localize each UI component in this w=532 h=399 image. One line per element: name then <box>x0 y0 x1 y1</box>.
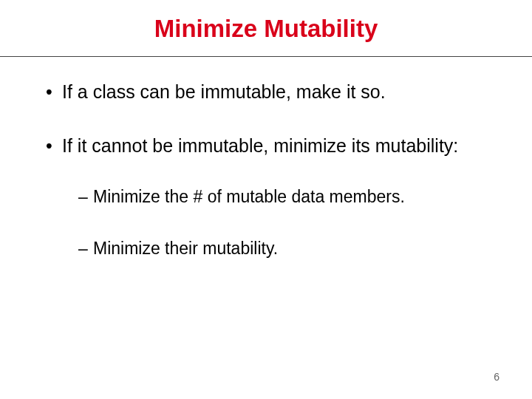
slide-title: Minimize Mutability <box>0 0 532 56</box>
bullet-dot-icon: • <box>46 81 62 103</box>
sub-bullet-item: –Minimize their mutability. <box>62 238 504 259</box>
bullet-dot-icon: • <box>46 134 62 157</box>
slide-body: •If a class can be immutable, make it so… <box>0 57 532 259</box>
bullet-text: If a class can be immutable, make it so. <box>62 81 386 102</box>
slide: Minimize Mutability •If a class can be i… <box>0 0 532 399</box>
sub-bullet-group: –Minimize the # of mutable data members.… <box>28 186 504 260</box>
page-number: 6 <box>494 371 499 383</box>
sub-bullet-item: –Minimize the # of mutable data members. <box>62 186 504 208</box>
sub-bullet-text: Minimize their mutability. <box>93 239 278 258</box>
bullet-dash-icon: – <box>78 238 93 259</box>
bullet-item: •If it cannot be immutable, minimize its… <box>28 134 504 157</box>
bullet-item: •If a class can be immutable, make it so… <box>28 81 504 103</box>
sub-bullet-text: Minimize the # of mutable data members. <box>93 187 405 206</box>
bullet-dash-icon: – <box>78 186 93 208</box>
bullet-text: If it cannot be immutable, minimize its … <box>62 135 458 156</box>
